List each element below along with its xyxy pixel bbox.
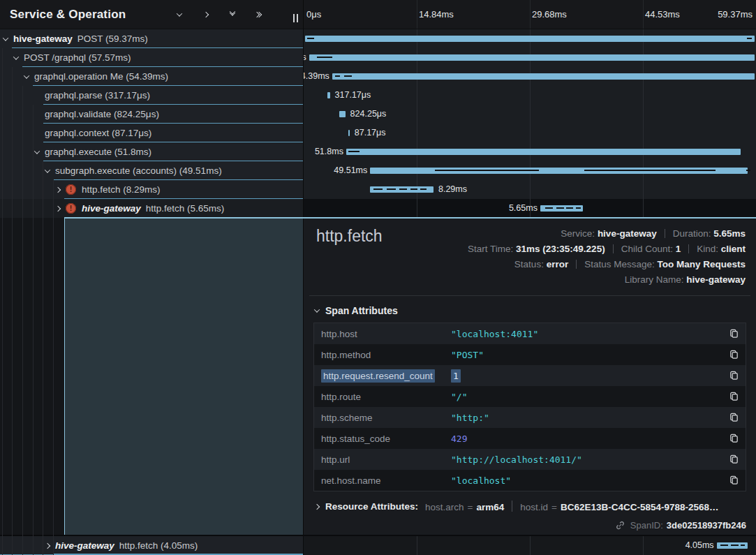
detail-meta-value: hive-gateway [598, 228, 657, 239]
chevron-right-icon [314, 503, 320, 509]
chevron-down-icon[interactable] [34, 148, 40, 154]
span-row-tree-cell[interactable]: hive-gatewayhttp.fetch (4.05ms) [0, 536, 304, 555]
span-bar[interactable] [305, 36, 755, 42]
span-row-timeline-cell [304, 29, 756, 48]
span-operation-label: graphql.context (87.17μs) [45, 128, 151, 138]
detail-meta-label: Start Time: [468, 244, 516, 254]
span-bar-duration-label: 54.39ms [304, 67, 329, 86]
chevron-right-icon[interactable] [45, 542, 50, 548]
timeline-ruler: 0μs 14.84ms 29.68ms 44.53ms 59.37ms [304, 0, 756, 29]
child-span-dash [747, 38, 752, 39]
detail-meta-label: Status Message: [584, 259, 657, 269]
span-row[interactable]: hive-gatewayhttp.fetch (4.05ms)4.05ms [0, 536, 756, 555]
copy-icon[interactable] [725, 470, 743, 491]
copy-icon[interactable] [725, 344, 743, 365]
span-bar[interactable] [348, 130, 350, 136]
link-icon[interactable] [615, 520, 625, 531]
span-row-tree-cell[interactable]: hive-gatewayPOST (59.37ms) [0, 29, 304, 48]
span-bar[interactable] [339, 111, 346, 117]
span-operation-label: http.fetch (8.29ms) [82, 184, 161, 195]
chevron-right-icon[interactable] [55, 205, 61, 211]
timeline-gridline [643, 536, 644, 555]
span-row-timeline-cell: 4.05ms [304, 536, 756, 555]
span-row-tree-cell[interactable]: graphql.operation Me (54.39ms) [0, 67, 304, 86]
span-row-tree-cell[interactable]: graphql.parse (317.17μs) [0, 86, 304, 105]
span-row-tree-cell[interactable]: graphql.context (87.17μs) [0, 124, 304, 142]
chevron-down-icon[interactable] [45, 167, 50, 172]
ruler-tick: 59.37ms [718, 9, 753, 20]
timeline-gridline [417, 124, 417, 142]
attribute-value-text: "/" [451, 392, 467, 402]
span-detail-panel: http.fetch Service: hive-gatewayDuration… [304, 218, 756, 535]
collapse-one-icon[interactable] [173, 8, 186, 21]
span-row[interactable]: graphql.context (87.17μs)87.17μs [0, 124, 756, 142]
chevron-right-icon[interactable] [55, 186, 61, 192]
span-id-value: 3de02518937fb246 [667, 520, 746, 531]
span-row-tree-cell[interactable]: !hive-gatewayhttp.fetch (5.65ms) [0, 199, 304, 218]
resource-attributes-toggle[interactable]: Resource Attributes: host.arch=arm64host… [315, 501, 719, 512]
timeline-gridline [530, 180, 531, 199]
span-row-underline [43, 123, 304, 124]
span-bar-duration-label: 824.25μs [350, 105, 387, 124]
copy-icon[interactable] [725, 449, 743, 470]
ruler-tick: 0μs [306, 9, 321, 20]
child-span-dash [344, 75, 352, 77]
span-row[interactable]: graphql.operation Me (54.39ms)54.39ms [0, 67, 756, 86]
span-row[interactable]: graphql.parse (317.17μs)317.17μs [0, 86, 756, 105]
span-row-timeline-cell: 5.65ms [304, 199, 756, 218]
span-row-timeline-cell: 317.17μs [304, 86, 756, 105]
span-row[interactable]: hive-gatewayPOST (59.37ms) [0, 29, 756, 48]
span-row-tree-cell[interactable]: graphql.validate (824.25μs) [0, 105, 304, 124]
copy-icon[interactable] [725, 428, 743, 449]
child-span-dash [410, 188, 417, 190]
copy-icon[interactable] [725, 365, 743, 386]
span-detail-meta: Service: hive-gatewayDuration: 5.65msSta… [468, 226, 746, 288]
span-row[interactable]: graphql.execute (51.8ms)51.8ms [0, 142, 756, 161]
child-span-dash [731, 545, 739, 546]
span-row-timeline-cell: 824.25μs [304, 105, 756, 124]
error-icon: ! [66, 184, 76, 195]
panel-resize-handle[interactable] [293, 14, 298, 22]
expand-all-icon[interactable] [253, 8, 265, 21]
copy-icon[interactable] [725, 386, 743, 407]
resource-attributes-title: Resource Attributes: [325, 501, 418, 512]
tree-header-icons [173, 0, 265, 29]
span-row[interactable]: !hive-gatewayhttp.fetch (5.65ms)5.65ms [0, 199, 756, 218]
span-row[interactable]: graphql.validate (824.25μs)824.25μs [0, 105, 756, 124]
child-span-dash [566, 207, 573, 209]
span-bar[interactable] [332, 73, 755, 80]
span-row-tree-cell[interactable]: !http.fetch (8.29ms) [0, 180, 304, 199]
expanded-span-region[interactable] [64, 218, 304, 535]
copy-icon[interactable] [725, 407, 743, 428]
detail-meta-value: Too Many Requests [657, 259, 746, 269]
span-row-tree-cell[interactable]: graphql.execute (51.8ms) [0, 142, 304, 161]
span-bar[interactable] [309, 54, 755, 61]
span-row-tree-cell[interactable]: subgraph.execute (accounts) (49.51ms) [0, 161, 304, 180]
chevron-down-icon[interactable] [24, 73, 29, 78]
span-operation-label: POST /graphql (57.57ms) [24, 52, 131, 63]
span-row[interactable]: POST /graphql (57.57ms)57.57ms [0, 48, 756, 67]
timeline-gridline [530, 86, 531, 105]
span-bar[interactable] [346, 149, 741, 155]
span-bar[interactable] [327, 92, 330, 98]
attribute-key-text: http.host [321, 329, 357, 339]
attribute-value: 1 [451, 371, 725, 381]
expand-one-icon[interactable] [200, 8, 212, 21]
span-row-tree-cell[interactable]: POST /graphql (57.57ms) [0, 48, 304, 67]
detail-separator [309, 295, 750, 296]
selected-span-accent-line [64, 217, 756, 219]
copy-icon[interactable] [725, 323, 743, 344]
child-span-dash [420, 188, 426, 190]
span-row-timeline-cell: 49.51ms [304, 161, 756, 180]
detail-meta-label: Child Count: [621, 244, 676, 254]
chevron-down-icon[interactable] [13, 54, 19, 59]
chevron-down-icon[interactable] [3, 35, 8, 40]
indent-guide [12, 67, 13, 555]
span-attributes-toggle[interactable]: Span Attributes [315, 305, 398, 316]
detail-meta-value: 1 [676, 244, 681, 254]
collapse-all-icon[interactable] [226, 8, 239, 21]
span-row[interactable]: !http.fetch (8.29ms)8.29ms [0, 180, 756, 199]
child-span-dash [741, 545, 745, 546]
span-service-name: hive-gateway [82, 203, 141, 214]
span-row[interactable]: subgraph.execute (accounts) (49.51ms)49.… [0, 161, 756, 180]
